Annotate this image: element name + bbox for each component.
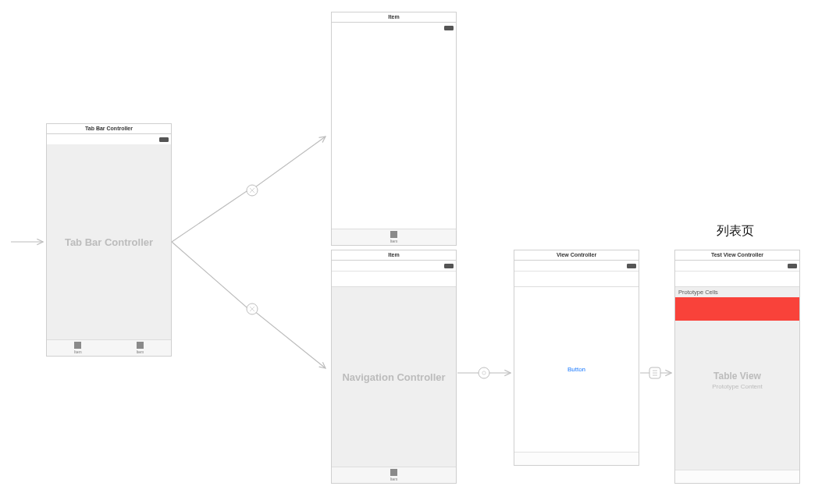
tab-bar: Item: [332, 467, 456, 483]
square-icon: [390, 231, 397, 238]
tab-bar-placeholder: [675, 470, 799, 483]
scene-item-1[interactable]: Item Item: [331, 12, 457, 246]
placeholder-title: Tab Bar Controller: [65, 236, 153, 248]
navigation-bar: [332, 271, 456, 287]
svg-point-5: [479, 367, 489, 378]
battery-icon: [159, 137, 169, 142]
status-bar: [514, 261, 639, 271]
square-icon: [74, 342, 81, 349]
button[interactable]: Button: [567, 366, 585, 373]
tab-label: Item: [390, 239, 398, 243]
svg-point-7: [482, 371, 486, 374]
battery-icon: [627, 264, 636, 268]
tab-item-2[interactable]: Item: [136, 342, 144, 354]
placeholder-title: Navigation Controller: [342, 371, 445, 383]
tab-bar: Item Item: [47, 339, 171, 356]
status-bar: [675, 261, 799, 271]
battery-icon: [444, 26, 454, 30]
battery-icon: [788, 264, 797, 268]
scene-body: Tab Bar Controller: [47, 144, 171, 339]
table-view-subtitle: Prototype Content: [675, 383, 799, 390]
tab-label: Item: [136, 350, 144, 354]
tab-item[interactable]: Item: [390, 469, 398, 481]
navigation-bar: [514, 271, 639, 287]
scene-navigation-controller[interactable]: Item Navigation Controller Item: [331, 250, 457, 484]
prototype-cell[interactable]: [675, 297, 799, 321]
status-bar: [332, 261, 456, 271]
svg-point-3: [247, 185, 258, 196]
scene-body: Button: [514, 287, 639, 452]
tab-item[interactable]: Item: [390, 231, 398, 243]
tab-bar-placeholder: [514, 452, 639, 465]
svg-point-4: [247, 303, 258, 314]
prototype-cells-label: Prototype Cells: [675, 287, 799, 297]
scene-view-controller[interactable]: View Controller Button: [514, 250, 639, 466]
square-icon: [390, 469, 397, 476]
scene-tab-bar-controller[interactable]: Tab Bar Controller Tab Bar Controller It…: [46, 123, 172, 357]
navigation-bar: [675, 271, 799, 287]
scene-body: Navigation Controller: [332, 287, 456, 467]
tab-label: Item: [390, 477, 398, 481]
svg-rect-6: [649, 367, 660, 378]
scene-test-view-controller[interactable]: Test View Controller Prototype Cells Tab…: [674, 250, 800, 484]
scene-body: [332, 33, 456, 229]
scene-title: Item: [332, 250, 456, 261]
table-view-body: Prototype Cells Table View Prototype Con…: [675, 287, 799, 470]
square-icon: [137, 342, 144, 349]
scene-title: Test View Controller: [675, 250, 799, 261]
tab-item-1[interactable]: Item: [74, 342, 82, 354]
tab-bar: Item: [332, 229, 456, 245]
scene-title: Tab Bar Controller: [47, 124, 171, 134]
status-bar: [332, 23, 456, 33]
scene-title: View Controller: [514, 250, 639, 261]
status-bar: [47, 134, 171, 144]
battery-icon: [444, 264, 454, 268]
tab-label: Item: [74, 350, 82, 354]
floating-annotation: 列表页: [717, 223, 754, 240]
table-view-title: Table View: [675, 371, 799, 382]
scene-title: Item: [332, 12, 456, 23]
